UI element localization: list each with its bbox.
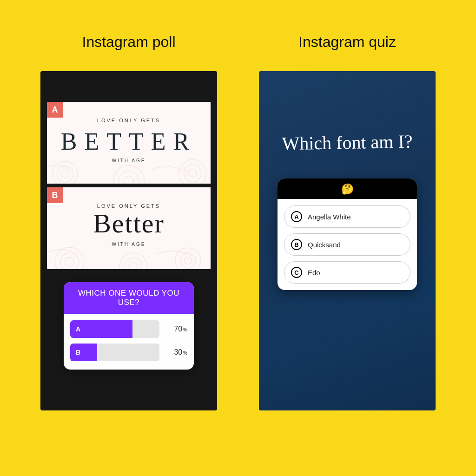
poll-results: A 70% B 30% — [64, 314, 194, 370]
quiz-option-c-label: Edo — [308, 269, 320, 277]
poll-percent-a: 70% — [165, 325, 187, 333]
svg-point-1 — [57, 166, 73, 182]
poll-percent-b: 30% — [165, 348, 187, 357]
quiz-option-b-letter: B — [291, 239, 302, 250]
poll-bar-b-fill: B — [70, 344, 97, 361]
quiz-title: Which font am I? — [259, 130, 436, 155]
poll-result-a[interactable]: A 70% — [70, 320, 187, 338]
quiz-options: A Angella White B Quicksand C Edo — [278, 199, 417, 290]
card-b-line3: WITH AGE — [47, 242, 211, 247]
poll-phone: A LOVE ONLY GETS BETTER WITH AGE B LOVE … — [40, 71, 217, 410]
svg-point-10 — [60, 253, 79, 269]
svg-point-2 — [61, 170, 69, 178]
card-a-line1: LOVE ONLY GETS — [47, 118, 211, 123]
card-b-line2: Better — [47, 208, 211, 239]
poll-heading: Instagram poll — [82, 33, 176, 51]
quiz-option-b[interactable]: B Quicksand — [284, 233, 410, 256]
quiz-heading: Instagram quiz — [298, 33, 396, 51]
quiz-phone: Which font am I? 🤔 A Angella White B Qui… — [259, 71, 436, 410]
poll-widget: WHICH ONE WOULD YOU USE? A 70% B 30% — [64, 282, 194, 370]
quiz-option-a[interactable]: A Angella White — [284, 205, 410, 228]
quiz-widget: 🤔 A Angella White B Quicksand C Edo — [278, 178, 417, 290]
poll-option-a-card: A LOVE ONLY GETS BETTER WITH AGE — [47, 102, 211, 184]
svg-point-8 — [188, 169, 197, 178]
svg-point-16 — [180, 253, 196, 268]
quiz-option-b-label: Quicksand — [308, 241, 341, 249]
poll-question: WHICH ONE WOULD YOU USE? — [64, 282, 194, 314]
poll-bar-b: B — [70, 344, 159, 361]
quiz-option-a-letter: A — [291, 211, 302, 222]
svg-point-11 — [65, 258, 74, 267]
option-b-badge: B — [47, 187, 63, 203]
svg-point-5 — [124, 176, 134, 184]
quiz-option-c-letter: C — [291, 267, 302, 278]
card-a-line2: BETTER — [47, 128, 211, 155]
svg-point-7 — [184, 165, 201, 182]
card-a-line3: WITH AGE — [47, 158, 211, 163]
svg-point-12 — [119, 253, 147, 269]
option-a-badge: A — [47, 102, 63, 118]
poll-bar-a-fill: A — [70, 320, 132, 338]
poll-result-b[interactable]: B 30% — [70, 344, 187, 361]
svg-point-9 — [55, 247, 84, 269]
svg-point-6 — [179, 159, 206, 184]
svg-point-13 — [125, 258, 142, 269]
thinking-emoji-icon: 🤔 — [341, 183, 354, 195]
poll-bar-a: A — [70, 320, 159, 338]
svg-point-4 — [119, 171, 139, 184]
quiz-column: Instagram quiz Which font am I? 🤔 A Ange… — [259, 33, 436, 410]
svg-point-0 — [52, 161, 78, 184]
quiz-option-a-label: Angella White — [308, 213, 351, 221]
svg-point-15 — [175, 248, 201, 269]
poll-column: Instagram poll A LOVE ONLY GETS BETTER W… — [40, 33, 217, 410]
svg-point-3 — [113, 165, 145, 184]
comparison-layout: Instagram poll A LOVE ONLY GETS BETTER W… — [0, 0, 476, 410]
quiz-emoji-header: 🤔 — [278, 178, 417, 199]
svg-point-14 — [129, 262, 138, 269]
quiz-option-c[interactable]: C Edo — [284, 261, 410, 284]
poll-option-b-card: B LOVE ONLY GETS Better WITH AGE — [47, 187, 211, 269]
svg-point-17 — [185, 257, 192, 264]
